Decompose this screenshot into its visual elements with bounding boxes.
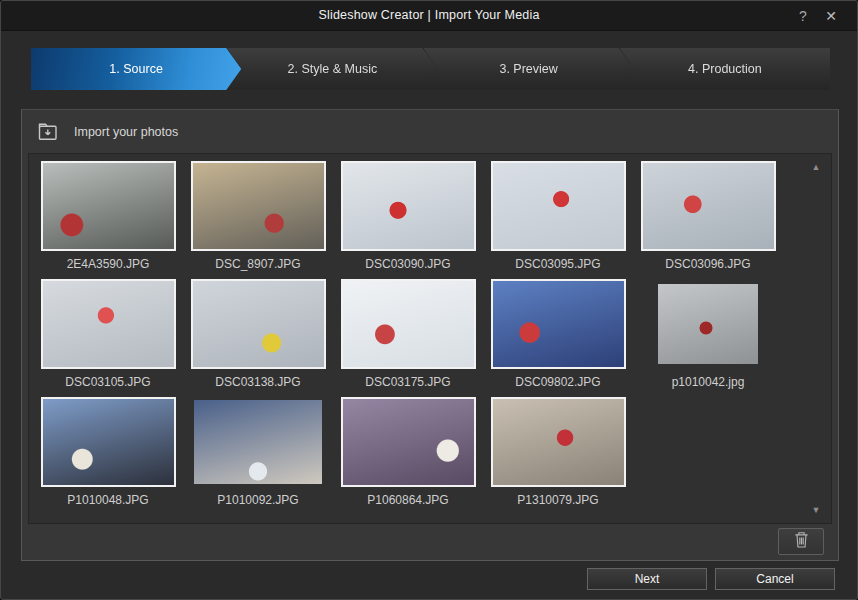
photo-thumbnail-box [333,394,483,490]
help-icon[interactable]: ? [793,6,813,26]
photo-thumbnail-box [33,158,183,254]
tab-preview-label: 3. Preview [499,62,557,76]
import-folder-icon [37,122,61,142]
photo-item[interactable]: P1010048.JPG [33,394,183,512]
photo-thumbnail-box [333,276,483,372]
photo-item[interactable]: DSC03138.JPG [183,276,333,394]
photo-filename: p1010042.jpg [672,375,745,389]
window-title: Slideshow Creator | Import Your Media [1,8,857,22]
photo-filename: DSC_8907.JPG [215,257,300,271]
import-panel-title: Import your photos [74,125,178,139]
photo-thumbnail[interactable] [491,279,626,369]
wizard-steps: 1. Source 2. Style & Music 3. Preview 4.… [31,48,830,90]
panel-bottom-strip [22,524,838,559]
photo-thumbnail-box [633,158,783,254]
photo-thumbnail-box [33,276,183,372]
photo-grid: 2E4A3590.JPGDSC_8907.JPGDSC03090.JPGDSC0… [33,158,788,512]
photo-thumbnail-box [483,276,633,372]
tab-source[interactable]: 1. Source [31,48,241,90]
photo-filename: DSC03175.JPG [365,375,450,389]
photo-item[interactable]: P1010092.JPG [183,394,333,512]
photo-thumbnail-box [633,276,783,372]
close-icon[interactable]: ✕ [821,6,841,26]
photo-item[interactable]: 2E4A3590.JPG [33,158,183,276]
tab-source-label: 1. Source [109,62,163,76]
import-panel: Import your photos 2E4A3590.JPGDSC_8907.… [21,109,839,561]
photo-filename: DSC03096.JPG [665,257,750,271]
photo-thumbnail-box [333,158,483,254]
photo-item[interactable]: P1060864.JPG [333,394,483,512]
photo-filename: P1060864.JPG [367,493,448,507]
photo-item[interactable]: DSC03095.JPG [483,158,633,276]
photo-filename: DSC03138.JPG [215,375,300,389]
slideshow-creator-dialog: Slideshow Creator | Import Your Media ? … [0,0,858,600]
photo-thumbnail[interactable] [41,279,176,369]
photo-thumbnail-box [483,394,633,490]
photo-filename: DSC03095.JPG [515,257,600,271]
tab-preview[interactable]: 3. Preview [424,48,634,90]
photo-thumbnail[interactable] [491,397,626,487]
photo-item[interactable]: DSC09802.JPG [483,276,633,394]
scroll-up-arrow[interactable]: ▲ [807,160,825,174]
photo-thumbnail-box [183,394,333,490]
photo-filename: 2E4A3590.JPG [67,257,150,271]
scroll-down-arrow[interactable]: ▼ [807,503,825,517]
photo-thumbnail[interactable] [341,279,476,369]
trash-icon [794,531,809,552]
photo-thumbnail[interactable] [191,161,326,251]
tab-style-music-label: 2. Style & Music [288,62,378,76]
photo-filename: P1010048.JPG [67,493,148,507]
photo-thumbnail-box [33,394,183,490]
photo-thumbnail[interactable] [194,400,322,484]
photo-filename: DSC03090.JPG [365,257,450,271]
tab-production[interactable]: 4. Production [620,48,830,90]
photo-item[interactable]: DSC03105.JPG [33,276,183,394]
photo-item[interactable]: DSC_8907.JPG [183,158,333,276]
photo-thumbnail[interactable] [41,397,176,487]
photo-item[interactable]: P1310079.JPG [483,394,633,512]
cancel-button-label: Cancel [756,572,793,586]
delete-button[interactable] [778,528,824,555]
photo-scroll-area: 2E4A3590.JPGDSC_8907.JPGDSC03090.JPGDSC0… [28,153,832,524]
import-panel-header: Import your photos [22,110,838,153]
photo-thumbnail-box [183,158,333,254]
cancel-button[interactable]: Cancel [715,568,835,590]
tab-style-music[interactable]: 2. Style & Music [227,48,437,90]
photo-filename: DSC09802.JPG [515,375,600,389]
next-button-label: Next [635,572,660,586]
photo-item[interactable]: DSC03090.JPG [333,158,483,276]
photo-item[interactable]: p1010042.jpg [633,276,783,394]
photo-filename: P1310079.JPG [517,493,598,507]
photo-thumbnail[interactable] [491,161,626,251]
photo-thumbnail[interactable] [641,161,776,251]
tab-production-label: 4. Production [688,62,762,76]
photo-thumbnail[interactable] [341,161,476,251]
title-bar: Slideshow Creator | Import Your Media ? … [1,1,857,31]
photo-thumbnail[interactable] [41,161,176,251]
photo-thumbnail[interactable] [191,279,326,369]
next-button[interactable]: Next [587,568,707,590]
photo-item[interactable]: DSC03175.JPG [333,276,483,394]
photo-thumbnail[interactable] [341,397,476,487]
photo-item[interactable]: DSC03096.JPG [633,158,783,276]
photo-thumbnail[interactable] [658,284,758,364]
photo-filename: P1010092.JPG [217,493,298,507]
photo-filename: DSC03105.JPG [65,375,150,389]
photo-thumbnail-box [183,276,333,372]
photo-thumbnail-box [483,158,633,254]
